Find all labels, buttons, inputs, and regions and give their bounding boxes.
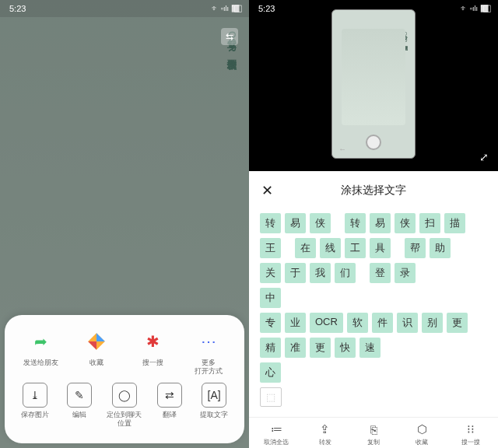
toolbar-icon: ⁝⁝	[467, 422, 475, 436]
word-chip[interactable]: 关	[260, 263, 281, 283]
share-item[interactable]: ✎编辑	[58, 383, 101, 428]
share-row-2: ⤓保存图片✎编辑◯定位到聊天 位置⇄翻译[A]提取文字	[12, 383, 237, 428]
status-bar: 5:23 ᯤ ▫ılı ⬜⃞	[0, 0, 249, 17]
close-button[interactable]: ✕	[261, 182, 277, 199]
word-line: 精准更快速	[260, 338, 487, 358]
toolbar-item[interactable]: ⇪转发	[300, 422, 349, 446]
word-chip[interactable]: 在	[295, 238, 316, 258]
share-sheet: ➦发送给朋友收藏✱搜一搜⋯更多 打开方式 ⤓保存图片✎编辑◯定位到聊天 位置⇄翻…	[5, 315, 244, 443]
word-chip[interactable]: 侠	[310, 213, 331, 233]
share-icon: ⤓	[23, 383, 47, 408]
right-screenshot: 5:23 ᯤ ▫ılı ⬜⃞ 专业OCR软件识别更精 ← ⤢ ✕ 涂抹选择文字 …	[249, 0, 498, 448]
toolbar-item[interactable]: ⁝⁝搜一搜	[447, 422, 495, 446]
word-line: 专业OCR软件识别更	[260, 313, 487, 333]
toolbar-item[interactable]: ⎘复制	[349, 422, 398, 446]
status-bar: 5:23 ᯤ ▫ılı ⬜⃞	[249, 0, 498, 17]
toolbar-item[interactable]: ⬡收藏	[398, 422, 446, 446]
share-label: 提取文字	[200, 411, 228, 419]
camera-preview-bg: 5:23 ᯤ ▫ılı ⬜⃞ 专业OCR软件识别更精 ← ⤢	[249, 0, 498, 171]
toolbar-item[interactable]: ≔取消全选	[252, 422, 300, 446]
status-time: 5:23	[258, 4, 275, 13]
word-chip[interactable]: 更	[447, 313, 468, 333]
toolbar-icon: ⎘	[370, 422, 377, 436]
word-chip[interactable]: 速	[359, 338, 381, 358]
share-item[interactable]: ⇄翻译	[148, 383, 191, 428]
status-icons: ᯤ ▫ılı ⬜⃞	[212, 5, 240, 13]
word-chip[interactable]: 别	[422, 313, 443, 333]
toolbar-icon: ≔	[271, 422, 282, 436]
word-chip[interactable]: 更	[310, 338, 331, 358]
word-chip[interactable]: 登	[370, 263, 391, 283]
shutter-icon	[366, 135, 381, 150]
word-chip[interactable]: 准	[285, 338, 306, 358]
toolbar-label: 搜一搜	[461, 438, 480, 446]
share-icon: ⇄	[157, 383, 182, 408]
panel-header: ✕ 涂抹选择文字	[249, 171, 498, 210]
phone-mock-preview: 专业OCR软件识别更精 ←	[331, 9, 416, 159]
share-item[interactable]: ➦发送给朋友	[19, 327, 62, 376]
toolbar-icon: ⬡	[417, 422, 427, 436]
word-chip[interactable]: 侠	[395, 213, 416, 233]
word-chip[interactable]: 识	[397, 313, 418, 333]
share-item[interactable]: ⋯更多 打开方式	[187, 327, 230, 376]
word-chip[interactable]: 转	[260, 213, 281, 233]
toolbar-label: 收藏	[416, 438, 428, 446]
word-line: ⬚	[260, 387, 487, 407]
word-line: 王在线工具帮助	[260, 238, 487, 258]
ocr-panel: ✕ 涂抹选择文字 转易侠转易侠扫描王在线工具帮助关于我们登录中专业OCR软件识别…	[249, 171, 498, 448]
word-chip[interactable]: 我	[310, 263, 331, 283]
share-item[interactable]: ✱搜一搜	[131, 327, 174, 376]
svg-marker-1	[96, 333, 105, 341]
share-label: 编辑	[72, 411, 86, 419]
word-line: 心	[260, 362, 487, 383]
bottom-toolbar: ≔取消全选⇪转发⎘复制⬡收藏⁝⁝搜一搜	[249, 417, 498, 448]
share-item[interactable]: ◯定位到聊天 位置	[103, 383, 146, 428]
word-line: 转易侠转易侠扫描	[260, 213, 487, 233]
word-chip[interactable]: 业	[285, 313, 306, 333]
word-chip[interactable]: 描	[444, 213, 465, 233]
signal-icon: ▫ılı	[470, 5, 478, 12]
word-chip[interactable]: 专	[260, 313, 281, 333]
share-icon	[82, 327, 110, 355]
word-chip[interactable]: 中	[260, 288, 281, 308]
word-chip[interactable]: 助	[430, 238, 451, 258]
toolbar-label: 取消全选	[264, 438, 289, 446]
share-icon: [A]	[202, 383, 226, 408]
word-chip[interactable]: 录	[395, 263, 416, 283]
share-icon: ➦	[26, 327, 54, 355]
word-chip[interactable]: 转	[345, 213, 366, 233]
battery-icon: ⬜⃞	[480, 5, 489, 13]
word-chip[interactable]: 具	[370, 238, 391, 258]
share-item[interactable]: 收藏	[75, 327, 118, 376]
word-chip[interactable]: 们	[335, 263, 356, 283]
share-label: 更多 打开方式	[195, 359, 223, 376]
share-label: 翻译	[163, 411, 177, 419]
word-chip[interactable]: OCR	[310, 313, 343, 333]
word-chip[interactable]: 精	[260, 338, 281, 358]
word-chip[interactable]: 帮	[405, 238, 426, 258]
word-chip[interactable]: 王	[260, 238, 281, 258]
word-chip[interactable]: 线	[320, 238, 341, 258]
status-icons: ᯤ ▫ılı ⬜⃞	[461, 5, 489, 13]
swap-icon[interactable]: ⇆	[221, 28, 238, 45]
word-chip[interactable]: ⬚	[260, 387, 282, 407]
status-time: 5:23	[9, 4, 26, 13]
word-chip[interactable]: 扫	[419, 213, 440, 233]
back-arrow-icon: ←	[338, 145, 346, 153]
word-chip[interactable]: 软	[347, 313, 368, 333]
word-chip[interactable]: 心	[260, 362, 281, 383]
battery-icon: ⬜⃞	[231, 5, 240, 13]
share-item[interactable]: ⤓保存图片	[13, 383, 57, 428]
toolbar-label: 转发	[319, 438, 331, 446]
word-chip[interactable]: 易	[285, 213, 306, 233]
word-chip[interactable]: 快	[335, 338, 356, 358]
svg-marker-2	[88, 341, 96, 350]
share-row-1: ➦发送给朋友收藏✱搜一搜⋯更多 打开方式	[12, 327, 237, 376]
word-chip[interactable]: 件	[372, 313, 393, 333]
word-chip[interactable]: 易	[370, 213, 391, 233]
word-chip[interactable]: 工	[345, 238, 366, 258]
word-chip[interactable]: 于	[285, 263, 306, 283]
signal-icon: ▫ılı	[221, 5, 229, 12]
share-item[interactable]: [A]提取文字	[192, 383, 236, 428]
expand-icon[interactable]: ⤢	[479, 151, 489, 163]
